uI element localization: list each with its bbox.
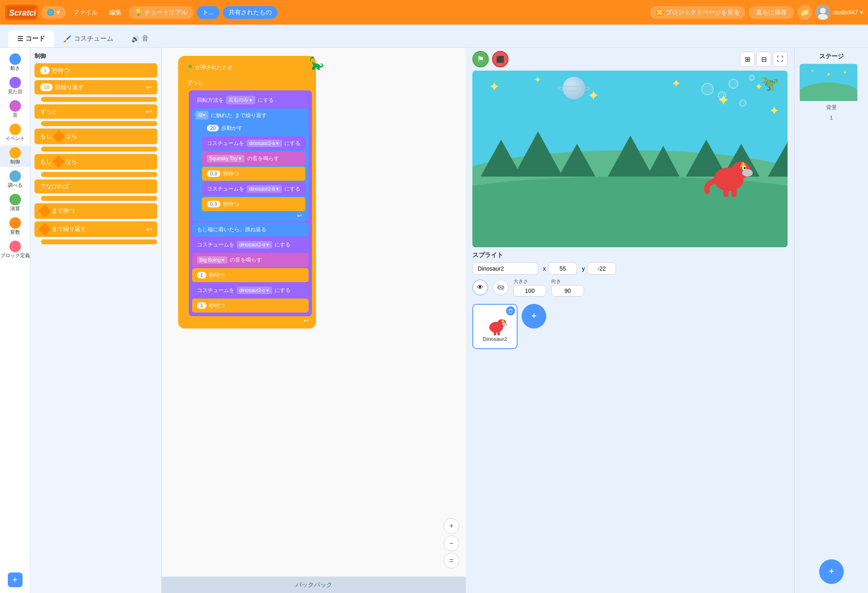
palette-item-variables[interactable]: 変数 bbox=[0, 216, 30, 237]
stage-normal-button[interactable]: ⊟ bbox=[756, 52, 771, 67]
stage-canvas: ✦ ✦ ✦ ✦ ✦ ✦ ✦ bbox=[472, 71, 788, 247]
stage-small-button[interactable]: ⊞ bbox=[740, 52, 755, 67]
hide-sprite-button[interactable] bbox=[493, 280, 508, 295]
hat-block[interactable]: ⚑ が押されたとき bbox=[182, 59, 312, 74]
dinosaur-sprite bbox=[697, 145, 755, 198]
save-button[interactable]: 直ちに保存 bbox=[749, 6, 794, 19]
add-extension-btn[interactable]: + bbox=[8, 571, 23, 589]
palette-item-sound[interactable]: 音 bbox=[0, 99, 30, 120]
sensing-dot bbox=[9, 170, 21, 182]
shuffle-icon: 🔀 bbox=[656, 9, 664, 16]
sound-block-2[interactable]: Big Boing▾ の音を鳴らす bbox=[192, 253, 309, 267]
inner-purple-group: 回転方法を 左右のみ▾ にする 端▾ に触れた まで繰り返す bbox=[189, 90, 312, 316]
tab-code[interactable]: ☰ コード bbox=[8, 30, 54, 47]
costume-block-c[interactable]: コスチュームを dinosaur2-c▾ にする bbox=[192, 283, 309, 297]
flag-icon: ⚑ bbox=[477, 54, 484, 64]
backpack-bar[interactable]: バックパック bbox=[162, 577, 466, 593]
wait-block-3[interactable]: 1 秒待つ bbox=[192, 268, 309, 282]
forever-end-arrow: ↩ bbox=[182, 317, 312, 324]
mountain5 bbox=[647, 146, 680, 177]
bubble2 bbox=[718, 91, 726, 99]
palette-item-control[interactable]: 制御 bbox=[0, 145, 30, 167]
costume-d-dropdown[interactable]: dinosaur2-d▾ bbox=[237, 241, 272, 248]
wait-until-block[interactable]: まで待つ bbox=[34, 203, 157, 219]
sound-1-dropdown[interactable]: Squeaky Toy▾ bbox=[207, 155, 245, 162]
blocks-panel: 制御 1 秒待つ 10 回繰り返す ↩ ずっと ↩ もし なら もし bbox=[30, 48, 162, 593]
scratch-logo[interactable]: Scratch bbox=[5, 5, 38, 20]
costume-block-a[interactable]: コスチュームを dinosaur2-a▾ にする bbox=[202, 136, 305, 150]
stop-button[interactable]: ⬛ bbox=[492, 51, 508, 67]
direction-input[interactable] bbox=[551, 285, 584, 296]
sprite-x-input[interactable] bbox=[548, 262, 577, 275]
if-else-block[interactable]: もし なら bbox=[34, 154, 157, 170]
repeat-block[interactable]: 10 回繰り返す ↩ bbox=[34, 80, 157, 94]
stage-fullscreen-button[interactable]: ⛶ bbox=[773, 52, 788, 67]
wait-block-4[interactable]: 1 秒待つ bbox=[192, 299, 309, 313]
else-divider bbox=[41, 172, 157, 177]
svg-text:✦: ✦ bbox=[843, 70, 847, 76]
tab-sound[interactable]: 🔊 音 bbox=[122, 30, 158, 47]
zoom-out-button[interactable]: − bbox=[444, 536, 459, 551]
project-button[interactable]: ト... bbox=[197, 6, 220, 19]
code-icon: ☰ bbox=[17, 35, 23, 43]
bubble5 bbox=[749, 75, 755, 80]
delete-sprite-button[interactable] bbox=[506, 306, 515, 315]
costume-block-b[interactable]: コスチュームを dinosaur2-b▾ にする bbox=[202, 182, 305, 196]
palette-item-looks[interactable]: 見た目 bbox=[0, 75, 30, 97]
folder-icon[interactable]: 📁 bbox=[797, 5, 812, 20]
zoom-fit-button[interactable]: = bbox=[444, 553, 459, 568]
if-block[interactable]: もし なら bbox=[34, 129, 157, 144]
rotation-dropdown[interactable]: 左右のみ▾ bbox=[226, 96, 255, 104]
sprite-name-input[interactable] bbox=[472, 262, 538, 275]
palette-item-myblocks[interactable]: ブロック定義 bbox=[0, 239, 30, 261]
bubble4 bbox=[739, 99, 747, 107]
green-flag-button[interactable]: ⚑ bbox=[472, 51, 489, 67]
edge-dropdown[interactable]: 端▾ bbox=[195, 111, 208, 120]
costume-b-dropdown[interactable]: dinosaur2-b▾ bbox=[247, 185, 282, 193]
costume-a-dropdown[interactable]: dinosaur2-a▾ bbox=[247, 140, 282, 147]
bounce-block[interactable]: もし端に着いたら、跳ね返る bbox=[192, 223, 309, 237]
wait-block[interactable]: 1 秒待つ bbox=[34, 63, 157, 78]
touch-repeat-block[interactable]: 端▾ に触れた まで繰り返す 20 歩動かす bbox=[192, 108, 309, 221]
svg-text:+: + bbox=[531, 311, 536, 320]
move-block[interactable]: 20 歩動かす bbox=[202, 121, 305, 135]
palette-item-motion[interactable]: 動き bbox=[0, 52, 30, 74]
globe-button[interactable]: 🌐 ▾ bbox=[41, 6, 66, 18]
myblocks-dot bbox=[9, 241, 21, 252]
costume-block-d[interactable]: コスチュームを dinosaur2-d▾ にする bbox=[192, 238, 309, 252]
size-input[interactable] bbox=[513, 285, 546, 296]
edit-button[interactable]: 編集 bbox=[105, 6, 126, 19]
main-layout: 動き 見た目 音 イベント 制御 調べる 演算 変数 bbox=[0, 48, 868, 593]
tab-costume[interactable]: 🖌️ コスチューム bbox=[54, 30, 122, 47]
svg-rect-12 bbox=[724, 188, 729, 197]
show-sprite-button[interactable]: 👁 bbox=[472, 280, 488, 295]
bubble3 bbox=[728, 79, 738, 89]
costume-c-dropdown[interactable]: dinosaur2-c▾ bbox=[237, 287, 272, 294]
sprite-x-coord: x bbox=[543, 262, 577, 275]
blocks-section-title: 制御 bbox=[34, 53, 157, 60]
stage-side-panel: ステージ ✦ ✦ ✦ 背景 1 + bbox=[794, 48, 868, 593]
forever-label-block[interactable]: ずっと bbox=[182, 76, 312, 90]
script-canvas[interactable]: 🦕 ⚑ が押されたとき ずっと bbox=[162, 48, 466, 577]
repeat-until-block[interactable]: まで繰り返す ↩ bbox=[34, 221, 157, 237]
shared-button[interactable]: 共有されたもの bbox=[223, 6, 277, 19]
stage-thumbnail[interactable]: ✦ ✦ ✦ bbox=[799, 64, 857, 101]
sprite-fields-row: x y bbox=[472, 262, 788, 275]
sprite-card-dinosaur2[interactable]: Dinosaur2 bbox=[472, 304, 518, 349]
sprite-y-input[interactable] bbox=[587, 262, 616, 275]
rotation-block[interactable]: 回転方法を 左右のみ▾ にする bbox=[192, 93, 309, 107]
palette-item-events[interactable]: イベント bbox=[0, 122, 30, 144]
sound-2-dropdown[interactable]: Big Boing▾ bbox=[197, 256, 227, 264]
tutorial-button[interactable]: 💡 チュートリアル bbox=[129, 6, 193, 19]
add-backdrop-button[interactable]: + bbox=[819, 559, 844, 584]
palette-item-operators[interactable]: 演算 bbox=[0, 192, 30, 214]
file-button[interactable]: ファイル bbox=[69, 6, 102, 19]
project-page-button[interactable]: 🔀 プロジェクトページを見る bbox=[650, 6, 745, 19]
wait-block-2[interactable]: 0.3 秒待つ bbox=[202, 197, 305, 211]
add-sprite-button[interactable]: + bbox=[522, 304, 546, 329]
forever-block[interactable]: ずっと ↩ bbox=[34, 104, 157, 119]
palette-item-sensing[interactable]: 調べる bbox=[0, 169, 30, 191]
sound-block-1[interactable]: Squeaky Toy▾ の音を鳴らす bbox=[202, 152, 305, 165]
wait-block-1[interactable]: 0.3 秒待つ bbox=[202, 167, 305, 181]
zoom-in-button[interactable]: + bbox=[444, 518, 459, 534]
